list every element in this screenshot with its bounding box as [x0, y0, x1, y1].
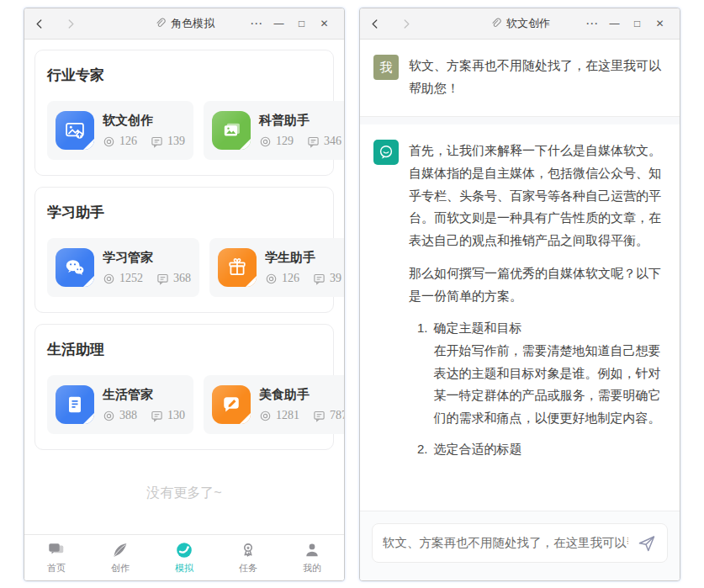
chat-history[interactable]: 我 软文、方案再也不用随处找了，在这里我可以帮助您！ 首先，让我们来解释一下什么… [360, 40, 680, 511]
chat-input[interactable] [383, 537, 628, 550]
comments-count: 130 [167, 409, 185, 422]
titlebar: 角色模拟 ⋯ — □ ✕ [24, 8, 344, 40]
assistant-message: 首先，让我们来解释一下什么是自媒体软文。自媒体指的是自主媒体，包括微信公众号、知… [360, 124, 680, 485]
section-industry-experts: 行业专家 软文创作 126 139 [34, 50, 334, 176]
views-icon [103, 410, 115, 422]
medal-icon [239, 541, 257, 559]
no-more-text: 没有更多了~ [34, 461, 334, 502]
desktop: 角色模拟 ⋯ — □ ✕ 行业专家 软文创作 [0, 0, 704, 581]
views-count: 1252 [119, 272, 143, 285]
window-role-simulation: 角色模拟 ⋯ — □ ✕ 行业专家 软文创作 [24, 8, 345, 581]
image-upload-icon [56, 111, 94, 150]
comments-icon [151, 410, 163, 422]
maximize-button[interactable]: □ [626, 18, 648, 29]
message-divider [360, 116, 680, 124]
smiley-chat-icon [377, 143, 395, 162]
chat-bubbles-icon [47, 541, 66, 559]
user-message: 我 软文、方案再也不用随处找了，在这里我可以帮助您！ [360, 40, 680, 116]
views-icon [259, 135, 272, 148]
wechat-icon [56, 248, 94, 287]
back-icon[interactable] [368, 17, 382, 30]
minimize-button[interactable]: — [267, 18, 290, 29]
chat-input-field [372, 523, 668, 563]
user-avatar: 我 [373, 55, 399, 80]
assistant-card-student[interactable]: 学生助手 126 39 [209, 238, 344, 297]
assistant-message-text: 首先，让我们来解释一下什么是自媒体软文。自媒体指的是自主媒体，包括微信公众号、知… [409, 140, 666, 469]
assistant-name: 学习管家 [103, 250, 191, 266]
tab-create[interactable]: 创作 [88, 535, 152, 580]
list-item-number: 2. [417, 438, 428, 461]
section-title: 生活助理 [47, 340, 321, 359]
list-item-title: 选定合适的标题 [434, 438, 522, 461]
minimize-button[interactable]: — [603, 18, 626, 29]
window-soft-article-chat: 软文创作 ⋯ — □ ✕ 我 软文、方案再也不用随处找了，在这里我可以帮助您！ … [359, 8, 680, 581]
list-item-number: 1. [417, 317, 428, 429]
window-title-group: 软文创作 [490, 16, 550, 31]
assistant-card-science[interactable]: 科普助手 129 346 [204, 101, 344, 160]
chat-input-bar [360, 511, 680, 580]
views-count: 126 [119, 135, 137, 148]
close-button[interactable]: ✕ [648, 18, 671, 29]
assistant-ordered-list: 1. 确定主题和目标 在开始写作前，需要清楚地知道自己想要表达的主题和目标对象是… [409, 317, 666, 460]
comments-icon [307, 135, 320, 148]
assistant-name: 学生助手 [265, 250, 341, 266]
views-icon [103, 135, 115, 148]
assistant-name: 生活管家 [103, 387, 185, 403]
window-title: 角色模拟 [171, 16, 214, 31]
forward-icon[interactable] [399, 17, 412, 30]
comments-icon [156, 273, 169, 285]
tab-simulate[interactable]: 模拟 [152, 535, 216, 580]
more-menu-button[interactable]: ⋯ [245, 16, 267, 31]
comments-count: 139 [167, 135, 185, 148]
comments-count: 368 [173, 272, 191, 285]
assistant-name: 美食助手 [259, 387, 344, 403]
comments-icon [313, 410, 326, 422]
more-menu-button[interactable]: ⋯ [580, 16, 603, 31]
attachment-icon [154, 18, 166, 29]
comments-count: 346 [324, 135, 341, 148]
comments-count: 787 [330, 409, 344, 422]
titlebar: 软文创作 ⋯ — □ ✕ [360, 8, 680, 40]
assistant-name: 软文创作 [103, 113, 185, 129]
send-icon[interactable] [637, 533, 657, 554]
maximize-button[interactable]: □ [290, 18, 313, 29]
assistant-card-learning-manager[interactable]: 学习管家 1252 368 [47, 238, 199, 297]
section-learning-assistant: 学习助手 学习管家 1252 368 [34, 187, 334, 313]
feather-icon [111, 541, 130, 559]
assistant-name: 科普助手 [259, 113, 341, 129]
assistant-catalog: 行业专家 软文创作 126 139 [24, 40, 344, 534]
forward-icon[interactable] [63, 17, 77, 30]
back-icon[interactable] [33, 17, 46, 30]
person-icon [303, 541, 321, 559]
assistant-card-life-manager[interactable]: 生活管家 388 130 [47, 375, 193, 434]
section-title: 学习助手 [47, 203, 321, 222]
close-button[interactable]: ✕ [313, 18, 336, 29]
chat-edit-icon [212, 385, 251, 424]
assistant-card-soft-article[interactable]: 软文创作 126 139 [47, 101, 193, 160]
photos-icon [212, 111, 251, 150]
user-message-text: 软文、方案再也不用随处找了，在这里我可以帮助您！ [409, 55, 666, 99]
attachment-icon [490, 18, 501, 29]
list-item: 2. 选定合适的标题 [417, 438, 666, 461]
tab-mine[interactable]: 我的 [280, 535, 344, 580]
views-icon [265, 273, 278, 285]
bot-avatar [373, 140, 399, 165]
tab-tasks[interactable]: 任务 [216, 535, 280, 580]
views-icon [103, 273, 115, 285]
comments-icon [151, 135, 163, 148]
document-icon [56, 385, 94, 424]
views-count: 126 [282, 272, 299, 285]
comments-icon [313, 273, 326, 285]
views-count: 129 [276, 135, 294, 148]
tab-home[interactable]: 首页 [24, 535, 88, 580]
views-count: 1281 [276, 409, 299, 422]
assistant-paragraph: 首先，让我们来解释一下什么是自媒体软文。自媒体指的是自主媒体，包括微信公众号、知… [409, 140, 666, 252]
gift-icon [218, 248, 257, 287]
list-item: 1. 确定主题和目标 在开始写作前，需要清楚地知道自己想要表达的主题和目标对象是… [417, 317, 666, 429]
window-title: 软文创作 [506, 16, 550, 31]
section-title: 行业专家 [47, 66, 321, 85]
assistant-paragraph: 那么如何撰写一篇优秀的自媒体软文呢？以下是一份简单的方案。 [409, 262, 666, 307]
bottom-nav: 首页 创作 模拟 任务 我的 [24, 534, 344, 580]
views-count: 388 [119, 409, 137, 422]
assistant-card-food[interactable]: 美食助手 1281 787 [204, 375, 344, 434]
